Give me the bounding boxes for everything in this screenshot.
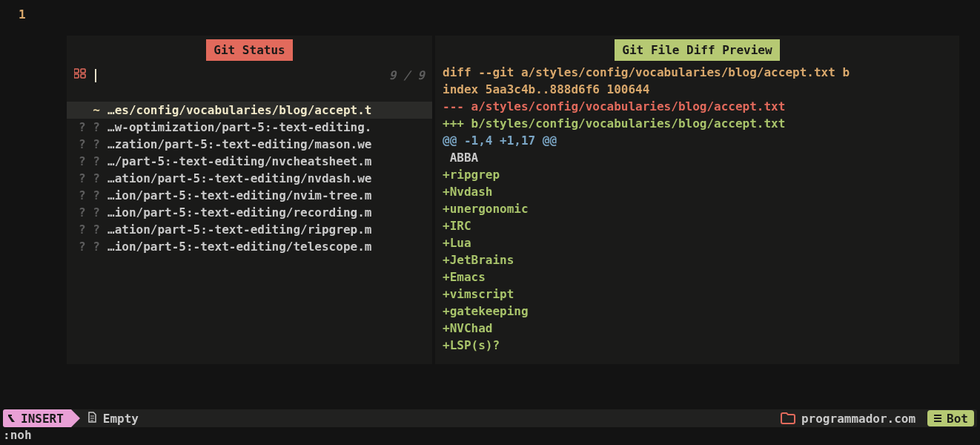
file-name: …ation/part-5:-text-editing/nvdash.we [107, 170, 371, 187]
telescope-prompt-row: 9 / 9 [67, 64, 432, 97]
list-item[interactable]: ? ?…ion/part-5:-text-editing/recording.m [67, 204, 432, 221]
list-item[interactable]: ~…es/config/vocabularies/blog/accept.t [67, 102, 432, 119]
diff-line: +Nvdash [443, 183, 952, 200]
svg-rect-2 [74, 74, 79, 78]
diff-line: @@ -1,4 +1,17 @@ [443, 132, 952, 149]
diff-line: +LSP(s)? [443, 337, 952, 354]
folder-icon [781, 412, 795, 424]
git-status-title: Git Status [206, 39, 292, 61]
folder-segment: programmador.com [773, 410, 923, 427]
svg-rect-0 [74, 69, 79, 73]
list-item[interactable]: ? ?…w-optimization/part-5:-text-editing. [67, 119, 432, 136]
git-diff-title: Git File Diff Preview [615, 39, 779, 61]
diff-line: +IRC [443, 217, 952, 234]
file-segment: Empty [80, 410, 146, 427]
diff-line: ABBA [443, 149, 952, 166]
list-item[interactable]: ? ?…/part-5:-text-editing/nvcheatsheet.m [67, 153, 432, 170]
list-item[interactable]: ? ?…ion/part-5:-text-editing/telescope.m [67, 238, 432, 255]
diff-line: --- a/styles/config/vocabularies/blog/ac… [443, 98, 952, 115]
file-name: …ion/part-5:-text-editing/recording.m [107, 204, 371, 221]
status-line: INSERT Empty programmador.com Bot [3, 409, 977, 427]
file-name: …ion/part-5:-text-editing/telescope.m [107, 238, 371, 255]
file-status: ? ? [67, 170, 107, 187]
list-item[interactable]: ? ?…ation/part-5:-text-editing/ripgrep.m [67, 221, 432, 238]
diff-content: diff --git a/styles/config/vocabularies/… [435, 61, 959, 358]
diff-line: +gatekeeping [443, 303, 952, 320]
diff-line: index 5aa3c4b..888d6f6 100644 [443, 81, 952, 98]
diff-line: +Emacs [443, 268, 952, 286]
file-status: ? ? [67, 153, 107, 170]
position-badge: Bot [927, 410, 974, 426]
file-name: …w-optimization/part-5:-text-editing. [107, 119, 371, 136]
prompt-cursor[interactable] [95, 69, 96, 82]
diff-line: +unergonomic [443, 200, 952, 217]
folder-label: programmador.com [801, 410, 916, 427]
lines-icon [933, 413, 942, 423]
grid-icon [74, 67, 86, 84]
file-status: ? ? [67, 119, 107, 136]
file-status: ? ? [67, 187, 107, 204]
mode-badge: INSERT [3, 409, 71, 427]
mode-badge-arrow [71, 409, 80, 427]
diff-line: +NVChad [443, 320, 952, 337]
list-item[interactable]: ? ?…ation/part-5:-text-editing/nvdash.we [67, 170, 432, 187]
file-name: …ion/part-5:-text-editing/nvim-tree.m [107, 187, 371, 204]
file-name: …ation/part-5:-text-editing/ripgrep.m [107, 221, 371, 238]
file-status: ? ? [67, 221, 107, 238]
file-status: ? ? [67, 136, 107, 153]
git-diff-panel: Git File Diff Preview diff --git a/style… [435, 36, 959, 364]
vim-icon [7, 414, 16, 423]
telescope-popup: Git Status 9 / 9 ~…es/config/vocabularie… [67, 36, 959, 364]
diff-line: +++ b/styles/config/vocabularies/blog/ac… [443, 115, 952, 132]
command-line[interactable]: :noh [3, 426, 32, 444]
result-count: 9 / 9 [389, 67, 425, 84]
svg-rect-1 [81, 69, 85, 73]
list-item[interactable]: ? ?…ion/part-5:-text-editing/nvim-tree.m [67, 187, 432, 204]
mode-label: INSERT [21, 410, 64, 427]
file-icon [87, 410, 97, 427]
file-label: Empty [103, 410, 139, 427]
git-status-list[interactable]: ~…es/config/vocabularies/blog/accept.t? … [67, 102, 432, 258]
diff-line: +Lua [443, 234, 952, 251]
git-status-panel: Git Status 9 / 9 ~…es/config/vocabularie… [67, 36, 432, 364]
position-label: Bot [947, 410, 968, 427]
list-item[interactable]: ? ?…zation/part-5:-text-editing/mason.we [67, 136, 432, 153]
line-number: 1 [19, 6, 26, 23]
diff-line: +vimscript [443, 286, 952, 303]
svg-rect-3 [81, 74, 85, 78]
file-status: ~ [67, 102, 107, 119]
file-status: ? ? [67, 204, 107, 221]
file-name: …es/config/vocabularies/blog/accept.t [107, 102, 371, 119]
file-status: ? ? [67, 238, 107, 255]
file-name: …zation/part-5:-text-editing/mason.we [107, 136, 371, 153]
diff-line: diff --git a/styles/config/vocabularies/… [443, 64, 952, 81]
diff-line: +JetBrains [443, 251, 952, 268]
file-name: …/part-5:-text-editing/nvcheatsheet.m [107, 153, 371, 170]
diff-line: +ripgrep [443, 166, 952, 183]
